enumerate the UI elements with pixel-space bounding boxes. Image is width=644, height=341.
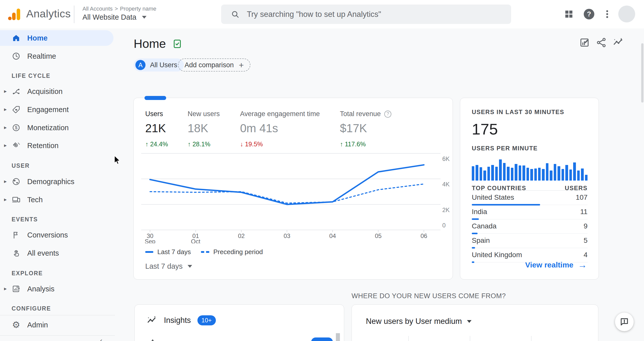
users-per-minute-bar — [577, 170, 580, 181]
insight-new-badge — [311, 337, 333, 341]
share-icon — [596, 37, 607, 48]
expand-chevron-icon[interactable]: ▸ — [4, 124, 7, 130]
page-scrollbar[interactable] — [641, 43, 643, 103]
chevron-down-icon — [467, 320, 472, 323]
retention-icon — [12, 141, 21, 150]
customize-report-button[interactable] — [579, 37, 591, 48]
conversions-flag-icon — [12, 230, 21, 240]
property-selector[interactable]: All Website Data — [82, 13, 147, 21]
users-per-minute-bar — [522, 165, 525, 181]
new-users-medium-card: New users by User medium — [352, 304, 598, 341]
page-title-text: Home — [134, 37, 166, 51]
sidebar-item-retention[interactable]: ▸ Retention — [0, 138, 113, 153]
expand-chevron-icon[interactable]: ▸ — [4, 196, 7, 202]
expand-chevron-icon[interactable]: ▸ — [4, 286, 7, 292]
date-range-label: Last 7 days — [145, 262, 183, 270]
google-apps-button[interactable] — [563, 8, 575, 20]
country-row: United States107 — [472, 191, 588, 205]
more-menu-button[interactable] — [601, 8, 613, 20]
help-tooltip-icon[interactable]: ? — [384, 111, 391, 118]
sidebar-item-analysis[interactable]: ▸ Analysis — [0, 281, 113, 297]
breadcrumb-separator: > — [115, 6, 118, 12]
audience-chip-all-users[interactable]: A All Users — [134, 58, 184, 72]
sidebar-item-conversions[interactable]: Conversions — [0, 227, 113, 243]
page-title: Home — [134, 37, 183, 51]
expand-chevron-icon[interactable]: ▸ — [4, 178, 7, 184]
breadcrumb-all-accounts[interactable]: All Accounts — [82, 6, 113, 12]
view-realtime-label: View realtime — [525, 261, 573, 269]
country-row: Spain5 — [472, 234, 588, 248]
sidebar-divider — [0, 315, 115, 315]
add-comparison-button[interactable]: Add comparison + — [178, 58, 250, 72]
insight-item-sparkle-icon — [148, 338, 158, 341]
sidebar-item-engagement[interactable]: ▸ Engagement — [0, 102, 113, 117]
country-row: India11 — [472, 205, 588, 219]
users-per-minute-bar — [550, 170, 552, 181]
analytics-logo-icon[interactable] — [7, 7, 22, 22]
tech-icon — [12, 195, 21, 204]
metric-avg-engagement-time[interactable]: Average engagement time 0m 41s ↓ 19.5% — [240, 110, 320, 148]
users-per-minute-bar — [546, 163, 548, 181]
sidebar-section-life-cycle: LIFE CYCLE — [12, 72, 50, 80]
country-name: United Kingdom — [472, 251, 522, 259]
dashed-line-swatch — [201, 251, 209, 253]
user-avatar[interactable] — [618, 6, 635, 22]
users-per-minute-bar — [565, 165, 568, 181]
sidebar-item-label: Tech — [27, 196, 43, 204]
insights-sparkle-icon — [612, 37, 624, 48]
sidebar-section-user: USER — [12, 162, 30, 169]
expand-chevron-icon[interactable]: ▸ — [4, 142, 7, 148]
metric-label: Average engagement time — [240, 110, 320, 118]
metric-new-users[interactable]: New users 18K ↑ 28.1% — [188, 110, 220, 148]
metric-total-revenue[interactable]: Total revenue? $17K ↑ 117.6% — [340, 110, 391, 148]
dimension-selector[interactable]: New users by User medium — [366, 317, 472, 326]
users-per-minute-bar — [499, 159, 502, 181]
sidebar-item-tech[interactable]: ▸ Tech — [0, 192, 113, 208]
users-per-minute-title: USERS PER MINUTE — [472, 145, 538, 152]
legend-last-7-days: Last 7 days — [145, 248, 191, 256]
expand-chevron-icon[interactable]: ▸ — [4, 88, 7, 94]
sidebar-item-home[interactable]: Home — [0, 30, 113, 46]
insights-scrollbar[interactable] — [336, 333, 340, 341]
expand-chevron-icon[interactable]: ▸ — [4, 106, 7, 112]
arrow-up-icon: ↑ — [340, 141, 343, 148]
grid-apps-icon — [564, 9, 574, 19]
metric-delta: ↑ 28.1% — [188, 141, 220, 148]
demographics-icon — [12, 177, 21, 186]
sidebar-item-admin[interactable]: ⚙ Admin — [0, 317, 113, 333]
help-button[interactable]: ? — [583, 8, 595, 20]
sidebar-nav: Home Realtime LIFE CYCLE ▸ Acquisition ▸ — [0, 28, 115, 341]
arrow-right-icon: → — [578, 260, 587, 269]
feedback-button[interactable] — [615, 313, 634, 331]
chart-legend: Last 7 days Preceding period — [145, 248, 263, 256]
report-verified-icon — [172, 39, 183, 49]
metric-users[interactable]: Users 21K ↑ 24.4% — [145, 110, 168, 148]
sidebar-item-demographics[interactable]: ▸ Demographics — [0, 174, 113, 189]
new-users-section-heading: WHERE DO YOUR NEW USERS COME FROM? — [352, 292, 506, 300]
date-range-selector[interactable]: Last 7 days — [145, 262, 192, 270]
sidebar-section-explore: EXPLORE — [12, 269, 43, 277]
insights-header: Insights 10+ — [146, 315, 216, 326]
sidebar-item-monetization[interactable]: ▸ $ Monetization — [0, 120, 113, 135]
country-bar — [472, 261, 474, 263]
breadcrumb[interactable]: All Accounts>Property name — [82, 6, 156, 12]
brand-title[interactable]: Analytics — [26, 8, 71, 20]
realtime-title: USERS IN LAST 30 MINUTES — [472, 109, 564, 116]
sidebar-item-realtime[interactable]: Realtime — [0, 48, 113, 64]
acquisition-icon — [12, 87, 21, 96]
breadcrumb-property-name[interactable]: Property name — [120, 6, 156, 12]
share-report-button[interactable] — [596, 37, 607, 48]
sidebar-item-all-events[interactable]: All events — [0, 245, 113, 261]
view-realtime-link[interactable]: View realtime → — [525, 260, 587, 269]
global-search[interactable] — [221, 5, 511, 24]
svg-text:0: 0 — [442, 222, 446, 229]
search-input[interactable] — [247, 10, 486, 19]
insights-card: Insights 10+ — [134, 304, 344, 341]
metric-value: 18K — [188, 121, 220, 135]
users-per-minute-bar — [480, 167, 482, 181]
users-per-minute-bar — [526, 168, 529, 181]
users-per-minute-bar — [483, 170, 486, 181]
collapse-sidebar-icon[interactable]: ‹ — [100, 336, 102, 341]
insights-button[interactable] — [612, 37, 624, 48]
sidebar-item-acquisition[interactable]: ▸ Acquisition — [0, 84, 113, 99]
